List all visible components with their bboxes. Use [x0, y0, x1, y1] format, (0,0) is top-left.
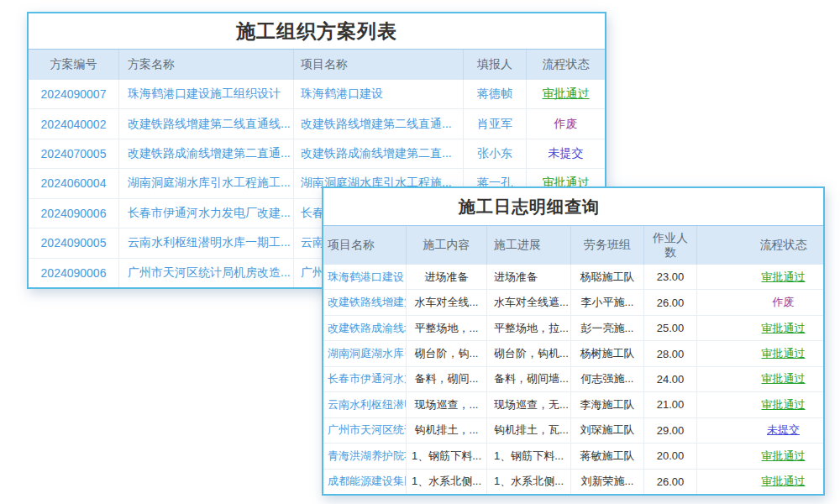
table-row[interactable]: 云南水利枢纽潜明水现场巡查，...现场巡查，无...李海施工队21.00审批通过 — [323, 392, 823, 417]
column-header: 填报人 — [464, 50, 527, 80]
cell-project_name: 改建铁路成渝线增建第二直... — [294, 139, 464, 168]
cell-plan_name: 改建铁路线增建第二线直通线... — [119, 109, 294, 138]
cell-team: 杨树施工队 — [571, 341, 644, 365]
status-link[interactable]: 作废 — [697, 290, 823, 314]
cell-team: 刘新荣施... — [571, 470, 644, 494]
table-row[interactable]: 2024090007珠海鹤港口建设施工组织设计珠海鹤港口建设蒋德帧审批通过 — [29, 80, 605, 109]
cell-progress: 现场巡查，无... — [487, 392, 571, 417]
table-row[interactable]: 长春市伊通河水力发备料，砌间...备料，砌间墙...何志强施...24.00审批… — [323, 367, 823, 392]
log-query-window-title: 施工日志明细查询 — [323, 188, 823, 225]
cell-workers: 21.00 — [644, 392, 697, 417]
status-link[interactable]: 审批通过 — [697, 316, 823, 340]
status-link[interactable]: 未提交 — [697, 418, 823, 443]
status-link[interactable]: 未提交 — [527, 139, 605, 168]
cell-project-link[interactable]: 长春市伊通河水力发 — [323, 367, 407, 391]
cell-progress: 1、钢筋下料... — [487, 444, 571, 468]
status-link[interactable]: 作废 — [527, 109, 605, 138]
cell-progress: 砌台阶，钩机... — [487, 341, 571, 365]
status-link[interactable]: 审批通过 — [697, 341, 823, 365]
cell-project_name: 改建铁路线增建第二线直通... — [294, 109, 464, 138]
column-header: 流程状态 — [697, 226, 823, 265]
table-row[interactable]: 2024040002改建铁路线增建第二线直通线...改建铁路线增建第二线直通..… — [29, 109, 605, 139]
table-row[interactable]: 成都能源建设集团项1、水系北侧...1、水系北侧...刘新荣施...26.00审… — [323, 470, 823, 494]
cell-team: 李海施工队 — [571, 392, 644, 417]
cell-progress: 钩机排土，瓦... — [487, 418, 571, 443]
cell-content: 1、钢筋下料... — [407, 444, 487, 468]
cell-project-link[interactable]: 湖南洞庭湖水库引水 — [323, 341, 407, 365]
cell-plan_name: 云南水利枢纽潜明水库一期工... — [119, 228, 294, 257]
cell-plan_name: 改建铁路成渝线增建第二直通... — [119, 139, 294, 168]
cell-workers: 20.00 — [644, 444, 697, 468]
cell-workers: 23.00 — [644, 265, 697, 289]
cell-id-link[interactable]: 2024060004 — [29, 169, 119, 197]
cell-workers: 25.00 — [644, 316, 697, 340]
cell-content: 现场巡查，... — [407, 392, 487, 417]
cell-id-link[interactable]: 2024090005 — [29, 228, 119, 257]
cell-plan_name: 广州市天河区统计局机房改造... — [119, 259, 294, 287]
cell-plan_name: 珠海鹤港口建设施工组织设计 — [119, 80, 294, 108]
log-query-table-body: 珠海鹤港口建设进场准备进场准备杨聪施工队23.00审批通过改建铁路线增建第二水车… — [323, 265, 823, 494]
cell-workers: 29.00 — [644, 418, 697, 443]
cell-progress: 备料，砌间墙... — [487, 367, 571, 391]
cell-team: 彭一亮施... — [571, 316, 644, 340]
status-link[interactable]: 审批通过 — [697, 367, 823, 391]
table-row[interactable]: 改建铁路成渝线增建平整场地，...平整场地，拉...彭一亮施...25.00审批… — [323, 316, 823, 341]
table-row[interactable]: 广州市天河区统计局钩机排土，...钩机排土，瓦...刘琛施工队29.00未提交 — [323, 418, 823, 444]
cell-content: 砌台阶，钩... — [407, 341, 487, 365]
cell-id-link[interactable]: 2024090006 — [29, 259, 119, 287]
cell-project-link[interactable]: 珠海鹤港口建设 — [323, 265, 407, 289]
table-row[interactable]: 改建铁路线增建第二水车对全线...水车对全线遮...李小平施...26.00作废 — [323, 290, 823, 315]
column-header: 施工内容 — [407, 226, 487, 265]
cell-workers: 24.00 — [644, 367, 697, 391]
cell-progress: 1、水系北侧... — [487, 470, 571, 494]
cell-team: 何志强施... — [571, 367, 644, 391]
status-link[interactable]: 审批通过 — [697, 265, 823, 289]
cell-content: 1、水系北侧... — [407, 470, 487, 494]
table-row[interactable]: 湖南洞庭湖水库引水砌台阶，钩...砌台阶，钩机...杨树施工队28.00审批通过 — [323, 341, 823, 366]
cell-reporter: 蒋德帧 — [464, 80, 527, 108]
plan-list-window-title: 施工组织方案列表 — [29, 13, 605, 49]
column-header: 方案名称 — [119, 50, 294, 80]
cell-id-link[interactable]: 2024040002 — [29, 109, 119, 138]
cell-team: 李小平施... — [571, 290, 644, 314]
column-header: 流程状态 — [527, 50, 605, 80]
cell-plan_name: 湖南洞庭湖水库引水工程施工... — [119, 169, 294, 197]
cell-reporter: 张小东 — [464, 139, 527, 168]
cell-content: 钩机排土，... — [407, 418, 487, 443]
column-header: 项目名称 — [323, 226, 407, 265]
cell-project-link[interactable]: 广州市天河区统计局 — [323, 418, 407, 443]
cell-id-link[interactable]: 2024090006 — [29, 199, 119, 228]
cell-progress: 进场准备 — [487, 265, 571, 289]
cell-id-link[interactable]: 2024070005 — [29, 139, 119, 168]
cell-project-link[interactable]: 改建铁路线增建第二 — [323, 290, 407, 314]
cell-plan_name: 长春市伊通河水力发电厂改建... — [119, 199, 294, 228]
column-header: 施工进展 — [487, 226, 571, 265]
cell-team: 杨聪施工队 — [571, 265, 644, 289]
status-link[interactable]: 审批通过 — [527, 80, 605, 108]
cell-project-link[interactable]: 云南水利枢纽潜明水 — [323, 392, 407, 417]
cell-content: 备料，砌间... — [407, 367, 487, 391]
cell-project-link[interactable]: 青海洪湖养护院项目 — [323, 444, 407, 468]
cell-workers: 28.00 — [644, 341, 697, 365]
cell-project-link[interactable]: 改建铁路成渝线增建 — [323, 316, 407, 340]
plan-list-table-header: 方案编号方案名称项目名称填报人流程状态 — [29, 49, 605, 80]
cell-id-link[interactable]: 2024090007 — [29, 80, 119, 108]
status-link[interactable]: 审批通过 — [697, 444, 823, 468]
column-header: 方案编号 — [29, 50, 119, 80]
cell-workers: 26.00 — [644, 470, 697, 494]
cell-content: 平整场地，... — [407, 316, 487, 340]
table-row[interactable]: 2024070005改建铁路成渝线增建第二直通...改建铁路成渝线增建第二直..… — [29, 139, 605, 169]
column-header: 劳务班组 — [571, 226, 644, 265]
status-link[interactable]: 审批通过 — [697, 470, 823, 494]
table-row[interactable]: 青海洪湖养护院项目1、钢筋下料...1、钢筋下料...蒋敏施工队20.00审批通… — [323, 444, 823, 469]
log-query-table-header: 项目名称施工内容施工进展劳务班组作业人数流程状态 — [323, 225, 823, 265]
cell-reporter: 肖亚军 — [464, 109, 527, 138]
table-row[interactable]: 珠海鹤港口建设进场准备进场准备杨聪施工队23.00审批通过 — [323, 265, 823, 290]
cell-project-link[interactable]: 成都能源建设集团项 — [323, 470, 407, 494]
status-link[interactable]: 审批通过 — [697, 392, 823, 417]
cell-team: 蒋敏施工队 — [571, 444, 644, 468]
log-query-window: 施工日志明细查询 项目名称施工内容施工进展劳务班组作业人数流程状态 珠海鹤港口建… — [322, 186, 825, 496]
cell-progress: 水车对全线遮... — [487, 290, 571, 314]
cell-team: 刘琛施工队 — [571, 418, 644, 443]
cell-workers: 26.00 — [644, 290, 697, 314]
